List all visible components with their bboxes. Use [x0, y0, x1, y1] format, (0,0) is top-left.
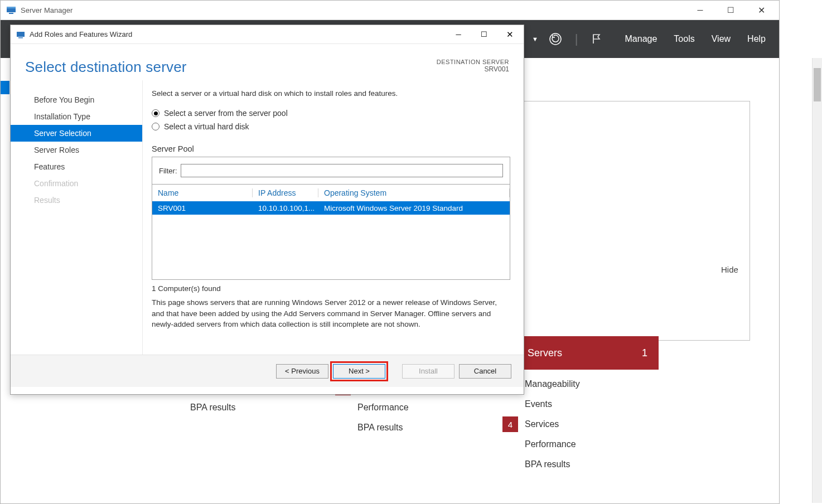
tile-heading-count: 1: [642, 347, 647, 359]
wizard-close-button[interactable]: ✕: [497, 26, 523, 43]
tile-item[interactable]: BPA results: [335, 418, 491, 438]
add-roles-wizard: Add Roles and Features Wizard ─ ☐ ✕ Sele…: [10, 25, 524, 395]
table-row[interactable]: SRV00110.10.10.100,1...Microsoft Windows…: [152, 201, 510, 215]
menu-view[interactable]: View: [712, 34, 731, 44]
server-pool-label: Server Pool: [152, 144, 510, 153]
server-manager-icon: [6, 5, 16, 15]
nav-step: Results: [11, 192, 142, 209]
wizard-titlebar: Add Roles and Features Wizard ─ ☐ ✕: [11, 25, 524, 44]
wizard-footer: < Previous Next > Install Cancel: [11, 355, 524, 387]
tile-item-label: BPA results: [357, 423, 403, 433]
tile-item[interactable]: Manageability: [502, 374, 659, 394]
svg-rect-2: [9, 13, 13, 14]
svg-rect-5: [18, 37, 23, 38]
tile-col-3: All Servers 1 ManageabilityEvents4Servic…: [502, 336, 659, 479]
previous-button[interactable]: < Previous: [276, 364, 328, 379]
radio-icon: [152, 123, 159, 130]
destination-label: DESTINATION SERVER: [437, 59, 509, 65]
minimize-button[interactable]: ─: [685, 1, 715, 20]
cell-os: Microsoft Windows Server 2019 Standard: [318, 204, 510, 212]
maximize-button[interactable]: ☐: [715, 1, 746, 20]
nav-step[interactable]: Before You Begin: [11, 91, 142, 108]
radio-server-pool[interactable]: Select a server from the server pool: [152, 109, 510, 118]
tile-item[interactable]: 4Services: [502, 414, 659, 434]
menu-tools[interactable]: Tools: [674, 34, 694, 44]
radio-label: Select a virtual hard disk: [164, 122, 249, 131]
cell-ip: 10.10.10.100,1...: [253, 204, 318, 212]
wizard-icon: [16, 30, 25, 39]
refresh-icon[interactable]: [548, 32, 563, 46]
cancel-button[interactable]: Cancel: [459, 364, 511, 379]
tile-item-label: Manageability: [525, 379, 580, 389]
filter-box: Filter:: [152, 157, 510, 185]
filter-label: Filter:: [159, 167, 177, 175]
grid-body: SRV00110.10.10.100,1...Microsoft Windows…: [152, 201, 510, 279]
nav-step[interactable]: Server Roles: [11, 142, 142, 158]
hide-link[interactable]: Hide: [721, 265, 738, 274]
grid-header: Name IP Address Operating System: [152, 185, 510, 201]
flag-icon[interactable]: [591, 33, 603, 45]
radio-icon: [152, 109, 159, 117]
tile-item-label: Performance: [525, 439, 576, 449]
tile-item-label: BPA results: [190, 403, 236, 413]
menu-help[interactable]: Help: [747, 34, 766, 44]
col-name[interactable]: Name: [152, 188, 253, 197]
wizard-header: Select destination server DESTINATION SE…: [11, 44, 524, 80]
tile-item-label: Events: [525, 399, 552, 409]
wizard-nav: Before You BeginInstallation TypeServer …: [11, 80, 142, 355]
nav-step[interactable]: Server Selection: [11, 125, 142, 142]
tile-item[interactable]: Performance: [335, 398, 491, 418]
bar-icon-group: ▼ |: [532, 32, 603, 46]
chevron-down-icon[interactable]: ▼: [532, 36, 538, 42]
tile-item[interactable]: Events: [502, 394, 659, 414]
wizard-window-buttons: ─ ☐ ✕: [446, 26, 523, 43]
wizard-heading: Select destination server: [25, 59, 187, 76]
explanation-text: This page shows servers that are running…: [152, 297, 510, 330]
svg-rect-4: [17, 32, 25, 37]
wizard-maximize-button[interactable]: ☐: [471, 26, 497, 43]
sm-window-buttons: ─ ☐ ✕: [685, 1, 777, 20]
wizard-body: Before You BeginInstallation TypeServer …: [11, 80, 524, 355]
server-grid: Name IP Address Operating System SRV0011…: [152, 185, 510, 280]
close-button[interactable]: ✕: [746, 1, 777, 20]
col-os[interactable]: Operating System: [318, 188, 510, 197]
wizard-content: Select a server or a virtual hard disk o…: [142, 80, 524, 355]
nav-selected-strip: [1, 81, 9, 94]
menu-manage[interactable]: Manage: [625, 34, 657, 44]
col-ip[interactable]: IP Address: [253, 188, 318, 197]
vertical-scrollbar[interactable]: [812, 58, 822, 503]
radio-label: Select a server from the server pool: [164, 109, 288, 118]
tile-item-label: Services: [525, 419, 559, 429]
wizard-title: Add Roles and Features Wizard: [30, 30, 132, 38]
destination-server: SRV001: [437, 65, 509, 73]
nav-step[interactable]: Features: [11, 158, 142, 175]
install-button: Install: [402, 364, 454, 379]
cell-name: SRV001: [152, 204, 253, 212]
sm-title: Server Manager: [21, 6, 72, 14]
wizard-minimize-button[interactable]: ─: [446, 26, 471, 43]
separator: |: [575, 32, 578, 46]
tile-item[interactable]: BPA results: [502, 454, 659, 474]
scrollbar-thumb[interactable]: [814, 68, 821, 101]
tile-item[interactable]: BPA results: [168, 398, 324, 418]
tile-heading-all-servers[interactable]: All Servers 1: [502, 336, 659, 370]
nav-step[interactable]: Installation Type: [11, 108, 142, 125]
tile-item-label: Performance: [357, 403, 409, 413]
radio-vhd[interactable]: Select a virtual hard disk: [152, 122, 510, 131]
computers-found: 1 Computer(s) found: [152, 284, 510, 293]
svg-rect-1: [7, 7, 16, 8]
next-button[interactable]: Next >: [333, 364, 385, 379]
sm-titlebar: Server Manager ─ ☐ ✕: [1, 1, 779, 20]
filter-input[interactable]: [181, 164, 504, 177]
nav-step: Confirmation: [11, 175, 142, 192]
destination-block: DESTINATION SERVER SRV001: [437, 59, 509, 73]
wizard-description: Select a server or a virtual hard disk o…: [152, 89, 510, 98]
alert-badge: 4: [502, 416, 518, 432]
tile-item-label: BPA results: [525, 459, 570, 469]
tile-item[interactable]: Performance: [502, 434, 659, 454]
